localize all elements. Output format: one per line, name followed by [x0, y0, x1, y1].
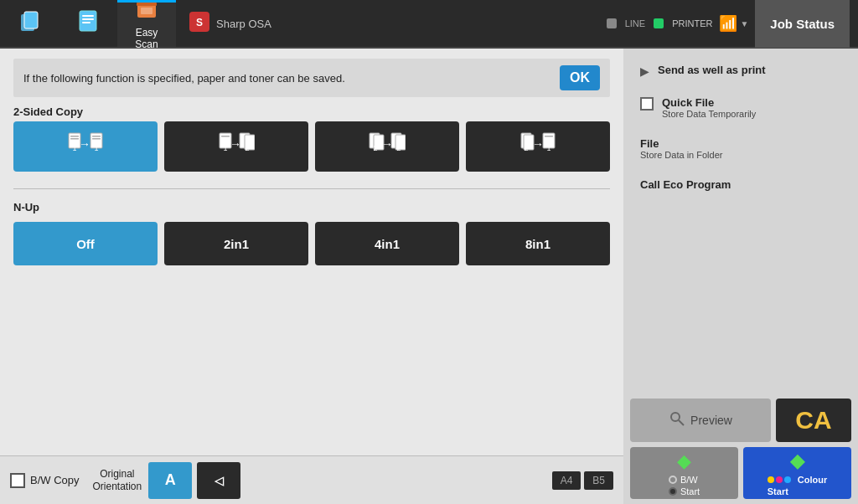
- wifi-button[interactable]: 📶 ▼: [719, 14, 748, 33]
- svg-rect-12: [70, 136, 79, 137]
- svg-point-41: [671, 413, 680, 421]
- orientation-group: Original Orientation A ◁: [93, 462, 241, 499]
- nup-label: N-Up: [13, 201, 610, 213]
- quick-file-item[interactable]: Quick File Store Data Temporarily: [633, 88, 848, 127]
- svg-text:2: 2: [396, 144, 401, 152]
- orient-portrait-button[interactable]: A: [148, 462, 192, 499]
- eco-program-item[interactable]: Call Eco Program: [633, 170, 848, 199]
- svg-text:1: 1: [546, 144, 550, 152]
- bw-start-button[interactable]: ◆ B/W Start: [630, 447, 738, 499]
- copy-option-2to1[interactable]: 2 → 1: [466, 121, 610, 172]
- sharposa-label: Sharp OSA: [216, 18, 271, 30]
- quick-file-title: Quick File: [662, 96, 756, 109]
- svg-rect-21: [221, 136, 230, 137]
- nup-section: N-Up Off 2in1 4in1 8in1: [13, 201, 610, 265]
- wifi-dropdown-arrow: ▼: [740, 19, 748, 28]
- copy-option-1to2[interactable]: 1 → 2: [164, 121, 308, 172]
- preview-icon: [669, 410, 685, 431]
- job-status-button[interactable]: Job Status: [755, 0, 850, 48]
- send-print-item[interactable]: Send as well as print: [633, 55, 848, 86]
- svg-rect-2: [80, 11, 96, 31]
- ok-button[interactable]: OK: [560, 65, 600, 90]
- dot-cyan: [784, 476, 791, 483]
- quick-file-checkbox[interactable]: [640, 97, 654, 111]
- info-message: If the following function is specified, …: [23, 72, 345, 85]
- preview-button[interactable]: Preview: [630, 399, 771, 442]
- two-sided-section: 2-Sided Copy 1 → 1: [13, 105, 610, 177]
- svg-text:2: 2: [524, 144, 528, 152]
- tab-doc[interactable]: [59, 0, 117, 47]
- right-top: Send as well as print Quick File Store D…: [623, 49, 858, 393]
- line-label: LINE: [625, 18, 645, 28]
- nup-8in1-button[interactable]: 8in1: [466, 222, 610, 265]
- two-sided-label: 2-Sided Copy: [13, 105, 610, 118]
- preview-label: Preview: [690, 414, 732, 427]
- svg-rect-8: [137, 3, 157, 6]
- colour-dots: [768, 476, 791, 483]
- bw-start-label: Start: [680, 486, 700, 496]
- svg-text:→: →: [79, 137, 90, 151]
- orientation-buttons: A ◁: [148, 462, 240, 499]
- printer-label: PRINTER: [672, 18, 712, 28]
- svg-text:2: 2: [245, 144, 249, 152]
- status-area: LINE PRINTER 📶 ▼ Job Status: [598, 0, 858, 47]
- svg-text:→: →: [532, 137, 544, 151]
- start-row: ◆ B/W Start ◆: [630, 447, 851, 499]
- line-dot: [607, 18, 617, 28]
- copy-options: 1 → 1 1 →: [13, 121, 610, 172]
- copy-option-1to1[interactable]: 1 → 1: [13, 121, 158, 172]
- svg-text:1: 1: [94, 144, 98, 152]
- right-panel: Send as well as print Quick File Store D…: [623, 49, 858, 504]
- svg-text:2: 2: [373, 144, 377, 152]
- colour-start-label: Start: [768, 486, 788, 496]
- easyscan-label: Easy Scan: [135, 28, 158, 49]
- nup-off-button[interactable]: Off: [13, 222, 158, 265]
- copy-option-2to2[interactable]: 2 → 2: [315, 121, 459, 172]
- tab-copy[interactable]: [0, 0, 59, 47]
- send-print-label: Send as well as print: [658, 64, 766, 76]
- info-banner: If the following function is specified, …: [13, 59, 610, 97]
- nup-2in1-button[interactable]: 2in1: [164, 222, 308, 265]
- colour-diamond-icon: ◆: [790, 450, 804, 472]
- bw-radio-circle: [669, 476, 677, 484]
- paper-b5-button[interactable]: B5: [584, 471, 613, 490]
- nup-4in1-button[interactable]: 4in1: [315, 222, 459, 265]
- easyscan-icon: [135, 0, 158, 26]
- divider-1: [13, 188, 610, 189]
- bw-label: B/W: [680, 475, 698, 485]
- printer-dot: [654, 18, 664, 28]
- file-title: File: [640, 137, 722, 150]
- svg-text:S: S: [196, 17, 203, 28]
- line-status: LINE PRINTER: [607, 18, 713, 28]
- dot-yellow: [768, 476, 774, 483]
- colour-label: Colour: [798, 475, 827, 485]
- bw-copy-label: B/W Copy: [10, 473, 80, 488]
- orient-landscape-button[interactable]: ◁: [197, 462, 240, 499]
- file-sub: Store Data in Folder: [640, 150, 722, 160]
- svg-rect-18: [92, 138, 101, 140]
- colour-start-button[interactable]: ◆ Colour Start: [743, 447, 851, 499]
- doc-icon: [76, 9, 100, 38]
- preview-ca-row: Preview CA: [630, 399, 851, 442]
- svg-text:1: 1: [223, 144, 227, 152]
- svg-text:1: 1: [72, 144, 76, 152]
- tab-easyscan[interactable]: Easy Scan: [117, 0, 176, 47]
- left-bottom-bar: B/W Copy Original Orientation A ◁ A4 B5: [0, 455, 623, 504]
- bw-copy-checkbox[interactable]: [10, 473, 25, 488]
- main-layout: If the following function is specified, …: [0, 49, 858, 504]
- svg-rect-5: [82, 22, 90, 23]
- file-item[interactable]: File Store Data in Folder: [633, 129, 848, 168]
- paper-a4-button[interactable]: A4: [552, 471, 581, 490]
- ca-button[interactable]: CA: [776, 399, 851, 442]
- tab-sharposa[interactable]: S Sharp OSA: [176, 0, 285, 47]
- svg-rect-17: [92, 136, 101, 137]
- start-radio-circle: [669, 487, 677, 496]
- top-bar: Easy Scan S Sharp OSA LINE PRINTER 📶 ▼ J…: [0, 0, 858, 49]
- sharposa-icon: S: [189, 12, 209, 36]
- svg-rect-4: [82, 18, 94, 20]
- copy-icon: [18, 9, 41, 38]
- svg-rect-13: [70, 138, 79, 140]
- orientation-label: Original Orientation: [93, 468, 142, 492]
- bw-copy-text: B/W Copy: [30, 474, 80, 486]
- eco-label: Call Eco Program: [640, 178, 731, 191]
